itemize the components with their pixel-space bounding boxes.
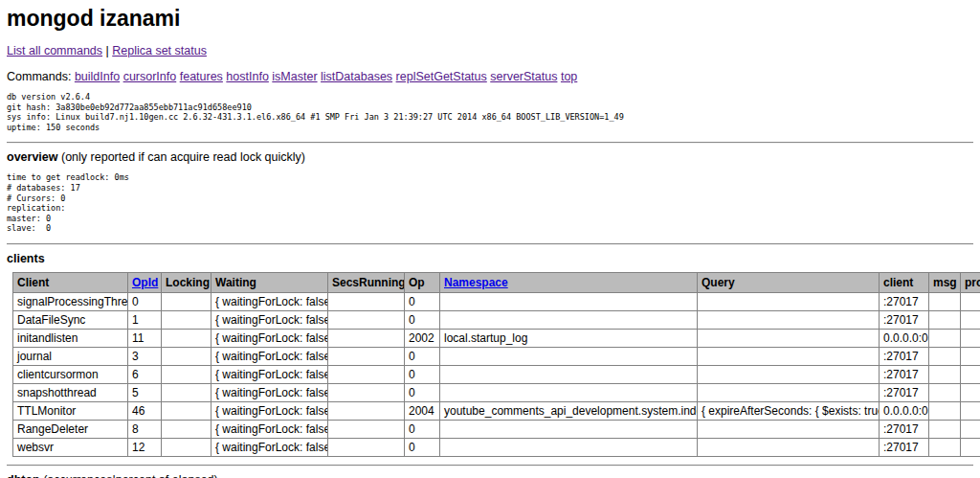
column-header-query: Query (698, 272, 880, 292)
command-link-serverStatus[interactable]: serverStatus (490, 70, 557, 83)
client-row-journal: journal3{ waitingForLock: false }0:27017 (13, 347, 980, 365)
cell-opid: 46 (128, 401, 162, 420)
cell-progress (961, 292, 980, 310)
column-header-namespace: Namespace (440, 272, 698, 292)
column-header-link-namespace[interactable]: Namespace (444, 276, 508, 289)
cell-secsrunning (328, 365, 405, 383)
cell-locking (162, 365, 212, 383)
cell-msg (929, 383, 961, 401)
cell-client: :27017 (880, 292, 929, 310)
cell-waiting: { waitingForLock: false } (212, 420, 328, 438)
column-header-waiting: Waiting (212, 272, 328, 292)
cell-secsrunning (328, 310, 405, 329)
cell-msg (929, 365, 961, 383)
command-link-cursorInfo[interactable]: cursorInfo (123, 70, 177, 83)
cell-op: 2002 (405, 329, 440, 347)
column-header-secsrunning: SecsRunning (328, 272, 405, 292)
dbtop-title: dbtop (7, 473, 40, 478)
cell-waiting: { waitingForLock: false } (212, 365, 328, 383)
dbtop-note: (occurrences|percent of elapsed) (43, 473, 218, 478)
cell-op: 2004 (405, 401, 440, 420)
cell-progress (961, 401, 980, 420)
command-link-listDatabases[interactable]: listDatabases (321, 70, 392, 83)
cell-progress (961, 329, 980, 347)
overview-heading: overview (only reported if can acquire r… (7, 150, 973, 164)
column-header-msg: msg (929, 272, 961, 292)
cell-op: 0 (405, 383, 440, 401)
client-row-TTLMonitor: TTLMonitor46{ waitingForLock: false }200… (13, 401, 980, 420)
client-row-websvr: websvr12{ waitingForLock: false }0:27017 (13, 438, 980, 456)
cell-msg (929, 420, 961, 438)
commands-links: buildInfo cursorInfo features hostInfo i… (75, 70, 577, 83)
nav-separator: | (102, 44, 112, 57)
cell-client: :27017 (880, 438, 929, 456)
cell-op: 0 (405, 420, 440, 438)
cell-locking (162, 292, 212, 310)
cell-waiting: { waitingForLock: false } (212, 310, 328, 329)
dbtop-heading: dbtop (occurrences|percent of elapsed) (7, 473, 973, 478)
cell-secsrunning (328, 420, 405, 438)
cell-secsrunning (328, 347, 405, 365)
column-header-client: Client (13, 272, 128, 292)
cell-opid: 6 (128, 365, 162, 383)
cell-namespace (440, 438, 698, 456)
column-header-client: client (880, 272, 929, 292)
cell-namespace (440, 383, 698, 401)
cell-msg (929, 347, 961, 365)
cell-secsrunning (328, 401, 405, 420)
command-link-top[interactable]: top (561, 70, 577, 83)
cell-namespace: local.startup_log (440, 329, 698, 347)
cell-client: snapshotthread (13, 383, 128, 401)
cell-msg (929, 292, 961, 310)
cell-locking (162, 401, 212, 420)
cell-waiting: { waitingForLock: false } (212, 438, 328, 456)
cell-locking (162, 383, 212, 401)
cell-query (698, 438, 880, 456)
cell-query (698, 329, 880, 347)
cell-client: TTLMonitor (13, 401, 128, 420)
command-link-buildInfo[interactable]: buildInfo (75, 70, 120, 83)
page-title: mongod izanami (7, 6, 973, 32)
column-header-progress: progress (961, 272, 980, 292)
nav-link-replica-set-status[interactable]: Replica set status (112, 44, 207, 57)
cell-client: 0.0.0.0:0 (880, 329, 929, 347)
divider (7, 142, 973, 144)
command-link-hostInfo[interactable]: hostInfo (226, 70, 268, 83)
cell-client: signalProcessingThread (13, 292, 128, 310)
commands-row: Commands: buildInfo cursorInfo features … (7, 70, 973, 83)
cell-waiting: { waitingForLock: false } (212, 383, 328, 401)
cell-locking (162, 347, 212, 365)
cell-client: clientcursormon (13, 365, 128, 383)
cell-secsrunning (328, 329, 405, 347)
cell-locking (162, 329, 212, 347)
overview-title: overview (7, 150, 58, 164)
cell-msg (929, 329, 961, 347)
cell-client: :27017 (880, 420, 929, 438)
cell-secsrunning (328, 438, 405, 456)
nav-link-list-all-commands[interactable]: List all commands (7, 44, 102, 57)
cell-client: :27017 (880, 310, 929, 329)
cell-namespace: youtube_comments_api_development.system.… (440, 401, 698, 420)
command-link-isMaster[interactable]: isMaster (272, 70, 317, 83)
cell-namespace (440, 365, 698, 383)
command-link-features[interactable]: features (180, 70, 223, 83)
clients-heading: clients (7, 252, 973, 265)
cell-op: 0 (405, 347, 440, 365)
cell-secsrunning (328, 292, 405, 310)
cell-query (698, 365, 880, 383)
overview-note: (only reported if can acquire read lock … (61, 150, 305, 164)
column-header-link-opid[interactable]: OpId (132, 276, 158, 289)
cell-secsrunning (328, 383, 405, 401)
client-row-initandlisten: initandlisten11{ waitingForLock: false }… (13, 329, 980, 347)
cell-client: websvr (13, 438, 128, 456)
cell-locking (162, 420, 212, 438)
cell-progress (961, 365, 980, 383)
clients-table-body: signalProcessingThread0{ waitingForLock:… (13, 292, 980, 456)
cell-client: DataFileSync (13, 310, 128, 329)
cell-progress (961, 420, 980, 438)
server-info-block: db version v2.6.4 git hash: 3a830be0eb92… (7, 92, 973, 132)
column-header-op: Op (405, 272, 440, 292)
cell-query (698, 292, 880, 310)
cell-opid: 12 (128, 438, 162, 456)
command-link-replSetGetStatus[interactable]: replSetGetStatus (396, 70, 487, 83)
